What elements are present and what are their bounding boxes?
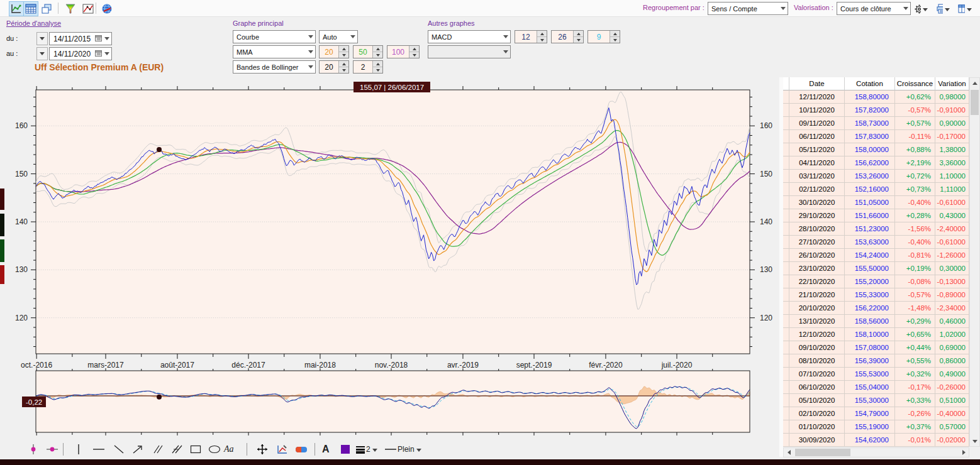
row-selector-cell[interactable] bbox=[783, 381, 789, 394]
macd-chart[interactable] bbox=[0, 368, 783, 438]
table-row[interactable]: 30/10/2020151,05000-0,40%-0,61000 bbox=[783, 196, 980, 209]
diagonal-line-tool[interactable] bbox=[111, 441, 127, 457]
spinner-arrows-icon[interactable] bbox=[573, 31, 583, 43]
marker-vertical-tool[interactable] bbox=[25, 441, 42, 457]
table-row[interactable]: 23/10/2020155,50000+0,19%0,30000 bbox=[783, 262, 980, 275]
row-selector-cell[interactable] bbox=[783, 407, 789, 420]
macd-signal-spinner[interactable]: 9 bbox=[587, 30, 620, 43]
from-date-field[interactable]: 14/11/2015 bbox=[49, 32, 112, 45]
row-selector-cell[interactable] bbox=[783, 249, 789, 262]
row-selector-cell[interactable] bbox=[783, 420, 789, 434]
rectangle-tool[interactable] bbox=[187, 441, 204, 457]
row-selector-cell[interactable] bbox=[783, 341, 789, 354]
row-selector-cell[interactable] bbox=[783, 90, 789, 104]
edit-curve-tool[interactable] bbox=[274, 441, 291, 457]
table-vscrollbar[interactable] bbox=[969, 77, 980, 447]
row-selector-cell[interactable] bbox=[783, 288, 789, 302]
macd-fast-spinner[interactable]: 12 bbox=[515, 30, 547, 43]
row-selector-cell[interactable] bbox=[783, 143, 789, 156]
table-row[interactable]: 08/10/2020156,39000+0,55%0,86000 bbox=[783, 354, 980, 368]
row-selector-cell[interactable] bbox=[783, 117, 789, 130]
table-row[interactable]: 07/10/2020155,53000+0,32%0,49000 bbox=[783, 368, 980, 381]
eraser-tool[interactable] bbox=[293, 441, 309, 457]
spinner-arrows-icon[interactable] bbox=[372, 61, 382, 73]
hscroll-thumb[interactable] bbox=[795, 449, 850, 456]
spinner-arrows-icon[interactable] bbox=[372, 46, 382, 58]
table-row[interactable]: 06/10/2020155,04000-0,17%-0,26000 bbox=[783, 381, 980, 394]
column-header-Date[interactable]: Date bbox=[789, 77, 845, 90]
row-selector-cell[interactable] bbox=[783, 302, 789, 315]
mma-period1-spinner[interactable]: 20 bbox=[319, 45, 349, 58]
line-style-select[interactable]: Plein bbox=[398, 441, 421, 457]
web-globe-button[interactable] bbox=[99, 1, 114, 16]
row-selector-cell[interactable] bbox=[783, 104, 789, 117]
column-header-row-selector[interactable] bbox=[783, 77, 789, 90]
table-row[interactable]: 05/10/2020155,30000+0,33%0,51000 bbox=[783, 394, 980, 407]
table-row[interactable]: 12/10/2020158,10000+0,65%1,02000 bbox=[783, 328, 980, 341]
table-row[interactable]: 06/11/2020157,83000-0,11%-0,17000 bbox=[783, 130, 980, 143]
to-preset-dropdown[interactable] bbox=[36, 47, 48, 60]
table-row[interactable]: 03/11/2020153,26000+0,72%1,10000 bbox=[783, 170, 980, 183]
table-row[interactable]: 26/10/2020154,24000-0,81%-1,26000 bbox=[783, 249, 980, 262]
row-selector-cell[interactable] bbox=[783, 354, 789, 368]
fill-color-tool[interactable] bbox=[337, 441, 354, 457]
valuation-select[interactable]: Cours de clôture bbox=[837, 2, 911, 15]
price-chart[interactable]: 160160150150140140130130120120oct.-2016m… bbox=[0, 80, 783, 371]
table-row[interactable]: 21/10/2020155,33000-0,57%-0,89000 bbox=[783, 288, 980, 302]
row-selector-cell[interactable] bbox=[783, 394, 789, 407]
table-hscrollbar[interactable] bbox=[783, 447, 969, 457]
row-selector-cell[interactable] bbox=[783, 170, 789, 183]
table-row[interactable]: 20/10/2020156,22000-1,48%-2,34000 bbox=[783, 302, 980, 315]
table-row[interactable]: 22/10/2020155,20000-0,08%-0,13000 bbox=[783, 275, 980, 288]
table-row[interactable]: 05/11/2020158,00000+0,88%1,38000 bbox=[783, 143, 980, 156]
mma-select[interactable]: MMA bbox=[233, 45, 316, 58]
vertical-line-tool[interactable] bbox=[70, 441, 87, 457]
line-width-value[interactable]: 2 bbox=[366, 441, 377, 457]
graph-type-select[interactable]: Courbe bbox=[233, 30, 316, 43]
row-selector-cell[interactable] bbox=[783, 222, 789, 236]
row-selector-cell[interactable] bbox=[783, 236, 789, 249]
move-tool[interactable] bbox=[254, 441, 270, 457]
spinner-arrows-icon[interactable] bbox=[610, 31, 620, 43]
row-selector-cell[interactable] bbox=[783, 209, 789, 222]
scroll-down-arrow-icon[interactable] bbox=[970, 436, 979, 446]
mma-period3-spinner[interactable]: 100 bbox=[387, 45, 420, 58]
horizontal-line-tool[interactable] bbox=[91, 441, 107, 457]
spinner-arrows-icon[interactable] bbox=[338, 46, 348, 58]
scale-select[interactable]: Auto bbox=[319, 30, 358, 43]
parallel-lines-tool[interactable] bbox=[150, 441, 166, 457]
settings-button[interactable] bbox=[913, 1, 928, 16]
table-row[interactable]: 01/10/2020155,19000+0,37%0,57000 bbox=[783, 420, 980, 434]
row-selector-cell[interactable] bbox=[783, 328, 789, 341]
grouping-select[interactable]: Sens / Compte bbox=[708, 2, 788, 15]
table-row[interactable]: 12/11/2020158,80000+0,62%0,98000 bbox=[783, 90, 980, 104]
row-selector-cell[interactable] bbox=[783, 130, 789, 143]
table-row[interactable]: 10/11/2020157,82000-0,57%-0,91000 bbox=[783, 104, 980, 117]
cascade-windows-button[interactable] bbox=[39, 1, 54, 16]
spinner-arrows-icon[interactable] bbox=[537, 31, 547, 43]
scroll-right-arrow-icon[interactable] bbox=[959, 448, 969, 457]
second-graph-select[interactable] bbox=[428, 45, 511, 58]
table-row[interactable]: 02/10/2020154,79000-0,26%-0,40000 bbox=[783, 407, 980, 420]
table-row[interactable]: 02/11/2020152,16000+0,73%1,11000 bbox=[783, 183, 980, 196]
row-selector-cell[interactable] bbox=[783, 315, 789, 328]
mma-period2-spinner[interactable]: 50 bbox=[353, 45, 383, 58]
row-selector-cell[interactable] bbox=[783, 262, 789, 275]
scroll-left-arrow-icon[interactable] bbox=[784, 448, 794, 457]
table-row[interactable]: 09/10/2020157,08000+0,44%0,69000 bbox=[783, 341, 980, 354]
macd-select[interactable]: MACD bbox=[428, 30, 511, 43]
to-date-field[interactable]: 14/11/2020 bbox=[49, 47, 112, 60]
from-preset-dropdown[interactable] bbox=[36, 32, 48, 45]
table-row[interactable]: 30/09/2020154,62000-0,01%-0,02000 bbox=[783, 434, 980, 447]
column-header-Variation[interactable]: Variation bbox=[935, 77, 969, 90]
vscroll-thumb[interactable] bbox=[971, 90, 979, 115]
spinner-arrows-icon[interactable] bbox=[409, 46, 419, 58]
filter-funnel-button[interactable] bbox=[63, 1, 78, 16]
scroll-up-arrow-icon[interactable] bbox=[970, 78, 979, 88]
text-tool[interactable]: Aa bbox=[224, 441, 234, 457]
table-row[interactable]: 28/10/2020151,23000-1,56%-2,40000 bbox=[783, 222, 980, 236]
table-row[interactable]: 09/11/2020158,73000+0,57%0,90000 bbox=[783, 117, 980, 130]
bollinger-period-spinner[interactable]: 20 bbox=[319, 60, 349, 74]
marker-horizontal-tool[interactable] bbox=[44, 441, 60, 457]
bollinger-select[interactable]: Bandes de Bollinger bbox=[233, 60, 316, 74]
